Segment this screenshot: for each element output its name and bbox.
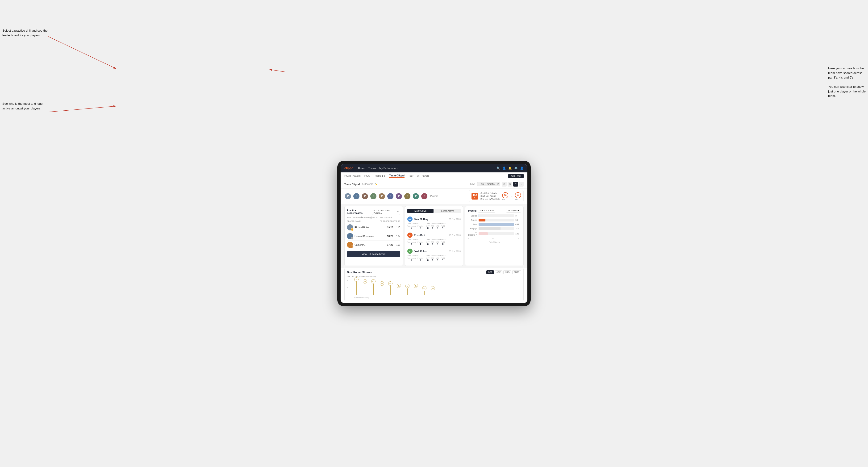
- player-avatar-9[interactable]: P: [412, 193, 420, 200]
- navbar-links: Home Teams My Performance: [358, 167, 398, 169]
- subnav-all-players[interactable]: All Players: [417, 174, 430, 178]
- view-grid3-icon[interactable]: ⊟: [507, 182, 512, 187]
- scoring-bar-chart: Eagles 3 Birdies 96 Pars: [468, 214, 521, 236]
- practice-activity-vals-1: OTT 0 APP 0 ARG 0: [426, 225, 445, 229]
- rank-badge-3: 3: [351, 246, 353, 248]
- leaderboard-row-3: 3 Cameron... 17/20 103: [347, 241, 400, 249]
- edit-icon[interactable]: ✏️: [375, 183, 377, 185]
- app-stat-2: APP 0: [431, 241, 434, 246]
- view-grid2-icon[interactable]: ⊞: [502, 182, 507, 187]
- person-icon[interactable]: 👤: [502, 166, 506, 170]
- practice-stat-2: Practice 4: [417, 241, 423, 246]
- tab-most-active[interactable]: Most Active: [407, 209, 434, 213]
- player-avatar-10[interactable]: P: [421, 193, 428, 200]
- bar-row-birdies: Birdies 96: [468, 219, 521, 221]
- player-avatar-1[interactable]: P: [344, 193, 351, 200]
- lb-name-1: Richard Butler: [354, 226, 385, 229]
- scoring-header: Scoring Par 3, 4 & 5s ▾ All Players ▾: [468, 209, 521, 213]
- ott-stat-3: OTT 0: [426, 257, 430, 261]
- view-list-icon[interactable]: ☰: [513, 182, 518, 187]
- subnav-hcaps[interactable]: Hcaps 1-5: [374, 174, 385, 178]
- player-card-header-3: JC Josh Coles 26 Aug 2023: [407, 249, 461, 254]
- bar-track-eagles: [478, 214, 514, 217]
- total-rounds-label-2: Total Rounds: [407, 239, 423, 241]
- show-period-select[interactable]: Last 3 months Last 6 months Last year: [477, 182, 500, 186]
- pc-name-2: Rees Britt: [414, 234, 447, 237]
- streaks-title: Best Round Streaks: [347, 271, 372, 274]
- lb-score-1: 19/20: [387, 226, 393, 229]
- shot-panel: 198 SC Shot Dist: 16 yds Start Lie: Roug…: [469, 190, 524, 203]
- tablet-frame: clippd Home Teams My Performance 🔍 👤 🔔 ⚙…: [337, 161, 531, 307]
- bell-icon[interactable]: 🔔: [508, 166, 512, 170]
- bar-track-dbogeys: [478, 232, 514, 235]
- team-count: | 14 Players: [361, 183, 373, 185]
- streak-pin-6: 4x: [397, 284, 401, 295]
- streak-pin-5: 5x: [388, 281, 393, 295]
- total-shots-label: Total Shots: [468, 241, 521, 243]
- stat-total-rounds-3: Total Rounds Tournament 7 Practice 2: [407, 255, 423, 261]
- streak-pin-7: 4x: [405, 284, 409, 295]
- player-avatar-8[interactable]: P: [404, 193, 411, 200]
- lb-avg-1: 110: [396, 226, 400, 229]
- user-avatar-icon[interactable]: 👤: [520, 166, 524, 170]
- yds-label-2: yds: [515, 198, 521, 200]
- shot-yds: 16 yds → 0 yds: [502, 192, 521, 200]
- drill-dropdown[interactable]: PUTT Must Make Putting... ▾: [372, 209, 400, 215]
- search-icon[interactable]: 🔍: [497, 166, 500, 170]
- brand-logo: clippd: [344, 166, 353, 170]
- bar-track-pars: [478, 223, 514, 226]
- tournament-stat-3: Tournament 7: [407, 257, 416, 261]
- lb-score-2: 18/20: [387, 235, 393, 238]
- streaks-tab-arg[interactable]: ARG: [503, 270, 512, 274]
- lb-score-3: 17/20: [387, 244, 393, 246]
- view-icons: ⊞ ⊟ ☰ ↕: [502, 182, 524, 187]
- streaks-tabs: OTT APP ARG PUTT: [486, 270, 521, 274]
- tab-least-active[interactable]: Least Active: [434, 209, 461, 213]
- nav-home[interactable]: Home: [358, 167, 365, 169]
- best-round-streaks: Best Round Streaks OTT APP ARG PUTT Off …: [344, 268, 524, 301]
- yds-16-circle: 16: [502, 192, 508, 198]
- streaks-y-axis-label: % Fairway Accuracy: [347, 297, 521, 299]
- settings-icon[interactable]: ⚙️: [514, 166, 518, 170]
- total-rounds-label-1: Total Rounds: [407, 223, 423, 225]
- scoring-filter-dropdown[interactable]: Par 3, 4 & 5s ▾: [478, 209, 495, 213]
- subnav-pga[interactable]: PGA: [365, 174, 370, 178]
- subnav-pgat[interactable]: PGAT Players: [344, 174, 361, 178]
- pc-name-3: Josh Coles: [414, 250, 447, 253]
- nav-my-performance[interactable]: My Performance: [379, 167, 398, 169]
- bar-track-bogeys: [478, 227, 514, 230]
- leaderboard-columns: PLAYER NAME PB SCORE PB AVG SQ: [347, 220, 400, 222]
- player-avatar-5[interactable]: P: [378, 193, 385, 200]
- bar-chart-footer: 0 200 400: [468, 238, 521, 240]
- player-avatar-6[interactable]: P: [387, 193, 394, 200]
- subnav-team-clippd[interactable]: Team Clippd: [389, 174, 404, 178]
- stat-vals-1: Tournament 7 Practice 6: [407, 225, 423, 229]
- activity-tabs: Most Active Least Active: [407, 209, 461, 213]
- player-avatar-2[interactable]: P: [353, 193, 360, 200]
- streaks-tab-app[interactable]: APP: [495, 270, 502, 274]
- player-avatar-7[interactable]: P: [395, 193, 402, 200]
- streaks-tab-putt[interactable]: PUTT: [512, 270, 521, 274]
- lb-avatar-1: 1: [347, 224, 353, 230]
- streak-pin-4: 5x: [380, 281, 384, 295]
- subnav-tour[interactable]: Tour: [408, 174, 413, 178]
- tournament-stat-1: Tournament 7: [407, 225, 416, 229]
- pc-date-2: 02 Sep 2023: [448, 234, 461, 236]
- scoring-players-dropdown[interactable]: All Players ▾: [506, 209, 521, 213]
- view-sort-icon[interactable]: ↕: [519, 182, 524, 187]
- add-team-button[interactable]: Add Team: [508, 174, 524, 178]
- putt-stat-2: PUTT 0: [441, 241, 445, 246]
- player-avatar-4[interactable]: P: [370, 193, 377, 200]
- nav-teams[interactable]: Teams: [368, 167, 376, 169]
- app-stat-3: APP 0: [431, 257, 434, 261]
- team-title: Team Clippd: [344, 183, 360, 186]
- streaks-header: Best Round Streaks OTT APP ARG PUTT: [347, 270, 521, 274]
- practice-activities-label-3: Total Practice Activities: [426, 255, 445, 257]
- player-avatar-3[interactable]: P: [361, 193, 368, 200]
- view-controls: Show: Last 3 months Last 6 months Last y…: [469, 182, 524, 187]
- streaks-tab-ott[interactable]: OTT: [486, 270, 494, 274]
- view-leaderboard-button[interactable]: View Full Leaderboard: [347, 251, 400, 257]
- practice-leaderboards-panel: Practice Leaderboards PUTT Must Make Put…: [344, 206, 403, 266]
- ott-stat-1: OTT 0: [426, 225, 430, 229]
- bar-row-bogeys: Bogeys 311: [468, 227, 521, 230]
